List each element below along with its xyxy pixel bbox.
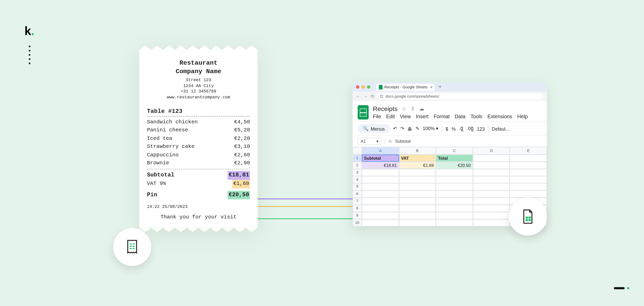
close-icon[interactable] bbox=[356, 85, 359, 89]
cell-a1[interactable]: Subtotal bbox=[362, 155, 399, 162]
col-header-B[interactable]: B bbox=[399, 147, 436, 155]
cell[interactable] bbox=[473, 176, 510, 183]
cell[interactable] bbox=[436, 212, 473, 219]
decrease-decimal-icon[interactable]: .0̲ bbox=[459, 126, 463, 131]
back-icon[interactable]: ← bbox=[356, 94, 361, 99]
font-select[interactable]: Defaul... bbox=[492, 126, 509, 131]
cell[interactable] bbox=[399, 212, 436, 219]
percent-button[interactable]: % bbox=[452, 126, 456, 131]
cell-b2[interactable]: €1.69 bbox=[399, 162, 436, 169]
cell[interactable] bbox=[436, 183, 473, 190]
cell[interactable] bbox=[510, 183, 547, 190]
menu-item-format[interactable]: Format bbox=[434, 114, 450, 120]
row-header-5[interactable]: 5 bbox=[353, 183, 362, 190]
sheets-logo-icon bbox=[358, 105, 369, 120]
cell[interactable] bbox=[510, 155, 547, 162]
cell[interactable] bbox=[473, 198, 510, 205]
cell-a2[interactable]: €18.81 bbox=[362, 162, 399, 169]
url-input[interactable]: ⊡ docs.google.com/spreadsheets/ bbox=[377, 93, 544, 99]
browser-tab[interactable]: Receipts - Google Sheets bbox=[376, 83, 435, 91]
cell[interactable] bbox=[473, 219, 510, 226]
cell[interactable] bbox=[436, 219, 473, 226]
print-icon[interactable]: 🖶 bbox=[408, 126, 412, 131]
forward-icon[interactable]: → bbox=[363, 94, 368, 99]
cell[interactable] bbox=[399, 190, 436, 198]
doc-title[interactable]: Receipts bbox=[373, 105, 398, 112]
formula-bar[interactable]: Subtotal bbox=[395, 139, 411, 143]
new-tab-button[interactable]: + bbox=[437, 84, 443, 90]
row-header-10[interactable]: 10 bbox=[353, 219, 362, 226]
menu-item-edit[interactable]: Edit bbox=[386, 114, 395, 120]
cell[interactable] bbox=[473, 205, 510, 212]
cell[interactable] bbox=[436, 169, 473, 176]
cell[interactable] bbox=[473, 190, 510, 198]
menu-item-extensions[interactable]: Extensions bbox=[487, 114, 512, 120]
zoom-select[interactable]: 100% ▾ bbox=[423, 126, 438, 131]
currency-button[interactable]: $ bbox=[446, 126, 448, 131]
paint-format-icon[interactable]: ✎ bbox=[416, 126, 419, 131]
menu-search[interactable]: 🔍 Menus bbox=[358, 124, 390, 133]
cell[interactable] bbox=[473, 212, 510, 219]
cell[interactable] bbox=[436, 176, 473, 183]
row-header-6[interactable]: 6 bbox=[353, 190, 362, 198]
cell-c1[interactable]: Total bbox=[436, 155, 473, 162]
cell[interactable] bbox=[362, 212, 399, 219]
window-controls[interactable] bbox=[356, 85, 370, 89]
cell[interactable] bbox=[436, 205, 473, 212]
cell[interactable] bbox=[362, 198, 399, 205]
cell[interactable] bbox=[510, 162, 547, 169]
col-header-E[interactable]: E bbox=[510, 147, 547, 155]
menu-item-view[interactable]: View bbox=[400, 114, 411, 120]
reload-icon[interactable]: ⟳ bbox=[370, 94, 374, 99]
cell[interactable] bbox=[399, 183, 436, 190]
menu-item-file[interactable]: File bbox=[373, 114, 381, 120]
cell[interactable] bbox=[399, 205, 436, 212]
minimize-icon[interactable] bbox=[361, 85, 365, 89]
cell[interactable] bbox=[473, 183, 510, 190]
cell[interactable] bbox=[473, 162, 510, 169]
row-header-9[interactable]: 9 bbox=[353, 212, 362, 219]
cell[interactable] bbox=[399, 198, 436, 205]
row-header-4[interactable]: 4 bbox=[353, 176, 362, 183]
col-header-C[interactable]: C bbox=[436, 147, 473, 155]
cell[interactable] bbox=[362, 176, 399, 183]
number-format-button[interactable]: 123 bbox=[477, 126, 485, 131]
cell[interactable] bbox=[362, 169, 399, 176]
cell[interactable] bbox=[436, 190, 473, 198]
menu-item-insert[interactable]: Insert bbox=[416, 114, 428, 120]
cell[interactable] bbox=[399, 176, 436, 183]
cell[interactable] bbox=[399, 219, 436, 226]
cell-b1[interactable]: VAT bbox=[399, 155, 436, 162]
cell[interactable] bbox=[510, 176, 547, 183]
row-header-3[interactable]: 3 bbox=[353, 169, 362, 176]
cell[interactable] bbox=[362, 219, 399, 226]
cell[interactable] bbox=[362, 183, 399, 190]
move-icon[interactable]: ⇪ bbox=[411, 106, 415, 112]
cell-c2[interactable]: €20.50 bbox=[436, 162, 473, 169]
undo-icon[interactable]: ↶ bbox=[393, 126, 397, 131]
cell[interactable] bbox=[510, 190, 547, 198]
receipt-line-item: Panini cheese€5,20 bbox=[147, 126, 250, 135]
name-box[interactable]: A1▾ bbox=[358, 138, 381, 145]
star-icon[interactable]: ☆ bbox=[402, 106, 406, 112]
cell[interactable] bbox=[473, 169, 510, 176]
cell[interactable] bbox=[436, 198, 473, 205]
cell[interactable] bbox=[362, 205, 399, 212]
col-header-A[interactable]: A bbox=[362, 147, 399, 155]
cell[interactable] bbox=[510, 169, 547, 176]
increase-decimal-icon[interactable]: .00̲ bbox=[467, 126, 474, 131]
maximize-icon[interactable] bbox=[367, 85, 370, 89]
cell[interactable] bbox=[362, 190, 399, 198]
row-header-7[interactable]: 7 bbox=[353, 198, 362, 205]
menu-item-data[interactable]: Data bbox=[455, 114, 465, 120]
row-header-1[interactable]: 1 bbox=[353, 155, 362, 162]
col-header-D[interactable]: D bbox=[473, 147, 510, 155]
row-header-8[interactable]: 8 bbox=[353, 205, 362, 212]
menu-item-help[interactable]: Help bbox=[517, 114, 528, 120]
cell[interactable] bbox=[399, 169, 436, 176]
cell[interactable] bbox=[473, 155, 510, 162]
redo-icon[interactable]: ↷ bbox=[400, 126, 404, 131]
cloud-icon[interactable]: ☁ bbox=[419, 106, 424, 112]
menu-item-tools[interactable]: Tools bbox=[471, 114, 482, 120]
row-header-2[interactable]: 2 bbox=[353, 162, 362, 169]
